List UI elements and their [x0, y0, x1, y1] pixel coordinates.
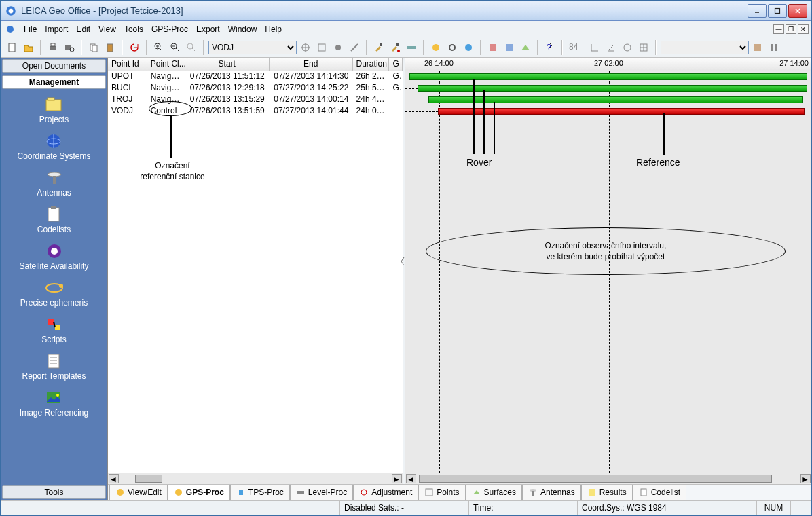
table-row[interactable]: BUCI Navigat... 07/26/2013 12:29:18 07/2… [108, 83, 403, 94]
pane-splitter[interactable] [400, 248, 405, 275]
table-row[interactable]: TROJ Navigat... 07/26/2013 13:15:29 07/2… [108, 94, 403, 106]
scroll-right-icon[interactable]: ► [800, 474, 811, 483]
zoom-fit-icon[interactable] [184, 40, 199, 55]
tab-antennas[interactable]: Antennas [522, 485, 581, 500]
tool-icon-2[interactable] [331, 40, 346, 55]
sidebar-management[interactable]: Management [2, 75, 106, 89]
tool-icon-5[interactable] [485, 40, 500, 55]
new-icon[interactable] [5, 40, 20, 55]
menu-window[interactable]: Window [224, 22, 261, 36]
tool-icon-8[interactable] [750, 40, 765, 55]
menu-gps[interactable]: GPS-Proc [147, 22, 192, 36]
tool-icon-4[interactable] [404, 40, 419, 55]
tab-level[interactable]: Level-Proc [290, 485, 353, 500]
point-combo[interactable]: VODJ [208, 41, 297, 54]
table-hscroll[interactable]: ◄ ► [108, 473, 403, 484]
scroll-left-icon[interactable]: ◄ [109, 474, 119, 483]
sidebar-item-projects[interactable]: Projects [39, 96, 69, 124]
sidebar-item-reports[interactable]: Report Templates [22, 352, 86, 381]
menu-file[interactable]: File [20, 22, 41, 36]
copy-icon[interactable] [86, 40, 101, 55]
col-pointid[interactable]: Point Id [108, 58, 147, 71]
sidebar-item-coordsys[interactable]: Coordinate Systems [17, 132, 90, 161]
scroll-thumb[interactable] [135, 475, 162, 483]
hammer-icon[interactable] [371, 40, 386, 55]
timeline-body[interactable]: Rover Reference Označení observačního in… [405, 71, 811, 473]
print-preview-icon[interactable] [62, 40, 77, 55]
tool-icon-3[interactable] [347, 40, 362, 55]
tool-icon-7[interactable] [518, 40, 533, 55]
col-duration[interactable]: Duration [353, 58, 390, 71]
help-icon[interactable]: ? [542, 40, 557, 55]
table-row[interactable]: VODJ Control 07/26/2013 13:51:59 07/27/2… [108, 106, 403, 117]
col-end[interactable]: End [270, 58, 353, 71]
timeline-bar-vodj[interactable] [438, 108, 805, 115]
globe-icon[interactable] [461, 40, 476, 55]
sidebar-item-imageref[interactable]: Image Referencing [20, 389, 88, 418]
timeline-bar-buci[interactable] [418, 85, 807, 92]
menu-view[interactable]: View [94, 22, 120, 36]
mdi-close[interactable]: ✕ [798, 24, 809, 34]
menu-export[interactable]: Export [192, 22, 224, 36]
second-combo[interactable] [661, 41, 749, 54]
mdi-minimize[interactable]: — [773, 24, 784, 34]
status-coord: Coord.Sys.: WGS 1984 [578, 501, 720, 515]
tab-codelist[interactable]: Codelist [633, 485, 686, 500]
tool-icon-1[interactable] [314, 40, 329, 55]
num-icon[interactable]: 84 [567, 40, 586, 55]
tab-results[interactable]: Results [581, 485, 633, 500]
scroll-right-icon[interactable]: ► [392, 474, 402, 483]
tool-icon-6[interactable] [502, 40, 517, 55]
gear-icon[interactable] [445, 40, 460, 55]
scroll-thumb[interactable] [419, 475, 772, 483]
close-button[interactable] [788, 4, 807, 18]
sidebar-item-scripts[interactable]: Scripts [41, 316, 67, 344]
tool-icon-9[interactable] [767, 40, 781, 55]
globe2-icon[interactable] [620, 40, 635, 55]
timeline-bar-upot[interactable] [409, 73, 807, 80]
sat-icon[interactable] [428, 40, 443, 55]
sidebar-item-satavail[interactable]: Satellite Availability [20, 242, 89, 271]
center-area: Point Id Point Cl... Start End Duration … [108, 58, 811, 500]
tab-surfaces[interactable]: Surfaces [466, 485, 522, 500]
sidebar-item-codelists[interactable]: Codelists [37, 206, 71, 234]
col-g[interactable]: G [389, 58, 403, 71]
scroll-left-icon[interactable]: ◄ [406, 474, 416, 483]
minimize-button[interactable] [748, 4, 767, 18]
tab-viewedit[interactable]: View/Edit [109, 485, 168, 500]
table-pane: Point Id Point Cl... Start End Duration … [108, 58, 405, 484]
menu-tools[interactable]: Tools [120, 22, 147, 36]
axis-icon[interactable] [587, 40, 602, 55]
maximize-button[interactable] [768, 4, 787, 18]
col-pointcl[interactable]: Point Cl... [147, 58, 185, 71]
tab-tps[interactable]: TPS-Proc [230, 485, 290, 500]
sidebar-item-antennas[interactable]: Antennas [37, 169, 71, 198]
tab-gps[interactable]: GPS-Proc [168, 485, 230, 500]
zoom-out-icon[interactable] [168, 40, 183, 55]
menu-import[interactable]: Import [41, 22, 72, 36]
grid-icon[interactable] [636, 40, 651, 55]
paste-icon[interactable] [103, 40, 117, 55]
tab-points[interactable]: Points [418, 485, 465, 500]
menu-help[interactable]: Help [261, 22, 286, 36]
timeline-hscroll[interactable]: ◄ ► [405, 473, 811, 484]
zoom-in-icon[interactable] [151, 40, 166, 55]
timeline-bar-troj[interactable] [428, 96, 803, 103]
mdi-restore[interactable]: ❐ [786, 24, 796, 34]
table-row[interactable]: UPOT Navigat... 07/26/2013 11:51:12 07/2… [108, 71, 403, 83]
sidebar-open-documents[interactable]: Open Documents [2, 59, 106, 73]
angle-icon[interactable] [604, 40, 619, 55]
col-start[interactable]: Start [185, 58, 270, 71]
menu-edit[interactable]: Edit [72, 22, 94, 36]
open-icon[interactable] [21, 40, 36, 55]
target-icon[interactable] [298, 40, 313, 55]
antenna-tab-icon [528, 487, 538, 497]
print-icon[interactable] [45, 40, 60, 55]
refresh-icon[interactable] [127, 40, 142, 55]
tab-adjustment[interactable]: Adjustment [353, 485, 418, 500]
sidebar-item-ephemeris[interactable]: Precise ephemeris [20, 279, 88, 308]
svg-rect-78 [641, 489, 646, 496]
sidebar-tools[interactable]: Tools [2, 485, 106, 499]
svg-point-33 [432, 44, 439, 51]
hammer2-icon[interactable] [388, 40, 403, 55]
